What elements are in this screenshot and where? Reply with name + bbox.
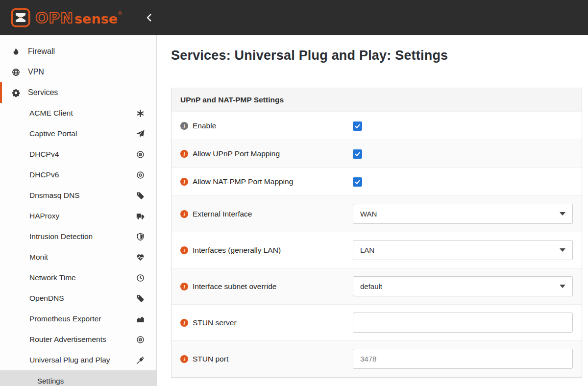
row-enable: iEnable	[172, 112, 582, 140]
sidebar-item-intrusion-detection[interactable]: Intrusion Detection	[0, 226, 156, 247]
sidebar-item-label: OpenDNS	[29, 294, 136, 303]
info-icon[interactable]: i	[180, 246, 188, 254]
enable-checkbox[interactable]	[353, 121, 362, 131]
sidebar-item-label: Router Advertisements	[29, 335, 136, 344]
fire-icon	[12, 48, 20, 56]
field-label-cell: iSTUN server	[172, 311, 353, 335]
brand-opn: OPN	[35, 10, 74, 25]
sidebar-item-label: VPN	[28, 68, 44, 76]
sidebar-item-label: Firewall	[28, 47, 55, 56]
sidebar-item-haproxy[interactable]: HAProxy	[0, 206, 156, 226]
plug-icon	[136, 356, 145, 364]
sidebar-item-monit[interactable]: Monit	[0, 247, 156, 267]
sidebar-item-services[interactable]: Services	[0, 82, 156, 103]
stun-server-input[interactable]	[353, 313, 573, 333]
info-icon[interactable]: i	[180, 150, 188, 158]
chevron-left-icon	[145, 14, 153, 22]
allow-upnp-port-mapping-checkbox[interactable]	[353, 149, 362, 159]
row-allow-nat-pmp-port-mapping: iAllow NAT-PMP Port Mapping	[172, 168, 582, 196]
sidebar-item-dhcpv4[interactable]: DHCPv4	[0, 144, 156, 165]
field-label-cell: iEnable	[172, 114, 353, 138]
paper-plane-icon	[136, 130, 145, 138]
field-label-cell: iInterface subnet override	[172, 274, 353, 299]
sidebar-collapse-button[interactable]	[145, 14, 153, 22]
sidebar-item-dhcpv6[interactable]: DHCPv6	[0, 165, 156, 185]
field-label: External Interface	[193, 210, 252, 218]
chart-icon	[136, 315, 145, 323]
info-icon[interactable]: i	[180, 122, 188, 130]
sidebar-item-label: Dnsmasq DNS	[29, 191, 136, 200]
brand-registered: ®	[118, 11, 122, 16]
bullseye-icon	[136, 150, 145, 159]
info-icon[interactable]: i	[180, 283, 188, 290]
tags-icon	[136, 192, 145, 200]
select-value: default	[360, 282, 560, 290]
sidebar-item-label: Monit	[29, 253, 136, 262]
sidebar-item-dnsmasq-dns[interactable]: Dnsmasq DNS	[0, 185, 156, 206]
row-external-interface: iExternal InterfaceWAN	[172, 196, 582, 232]
sidebar: FirewallVPNServicesACME ClientCaptive Po…	[0, 35, 157, 386]
gear-icon	[12, 89, 20, 97]
field-label: Interface subnet override	[193, 282, 276, 291]
field-label-cell: iExternal Interface	[172, 202, 353, 226]
asterisk-icon	[136, 109, 145, 118]
info-icon[interactable]: i	[180, 319, 188, 327]
chevron-down-icon	[560, 285, 565, 288]
sidebar-item-label: ACME Client	[29, 109, 136, 118]
info-icon[interactable]: i	[180, 210, 188, 218]
sidebar-item-label: Prometheus Exporter	[29, 314, 136, 323]
topbar: OPNsense®	[0, 0, 588, 35]
sidebar-item-label: Universal Plug and Play	[29, 356, 136, 364]
sidebar-item-label: DHCPv6	[29, 170, 136, 179]
main-content: Services: Universal Plug and Play: Setti…	[157, 35, 588, 386]
sidebar-item-prometheus-exporter[interactable]: Prometheus Exporter	[0, 309, 156, 329]
info-icon[interactable]: i	[180, 178, 188, 186]
field-label: STUN server	[193, 318, 237, 327]
opnsense-logo-icon	[11, 8, 30, 27]
sidebar-item-settings[interactable]: Settings	[0, 370, 156, 386]
field-label-cell: iAllow UPnP Port Mapping	[172, 142, 353, 166]
row-interfaces-generally-lan: iInterfaces (generally LAN)LAN	[172, 232, 582, 268]
brand: OPNsense®	[35, 10, 122, 25]
brand-sense: sense	[74, 12, 118, 25]
sidebar-item-acme-client[interactable]: ACME Client	[0, 103, 156, 123]
bullseye-icon	[136, 171, 145, 179]
field-control-cell: WAN	[353, 196, 582, 232]
sidebar-menu: FirewallVPNServicesACME ClientCaptive Po…	[0, 41, 156, 386]
info-icon[interactable]: i	[180, 355, 188, 363]
interfaces-generally-lan-select[interactable]: LAN	[353, 240, 573, 260]
upnp-settings-panel: UPnP and NAT-PMP Settings iEnableiAllow …	[171, 88, 582, 378]
heartbeat-icon	[136, 253, 145, 262]
sidebar-item-firewall[interactable]: Firewall	[0, 41, 156, 62]
allow-nat-pmp-port-mapping-checkbox[interactable]	[353, 177, 362, 187]
field-control-cell	[353, 305, 582, 340]
field-label: Allow NAT-PMP Port Mapping	[193, 177, 293, 186]
globe-icon	[12, 68, 20, 76]
interface-subnet-override-select[interactable]: default	[353, 276, 573, 296]
sidebar-item-opendns[interactable]: OpenDNS	[0, 288, 156, 309]
sidebar-item-network-time[interactable]: Network Time	[0, 267, 156, 288]
sidebar-item-label: DHCPv4	[29, 150, 136, 159]
field-control-cell	[353, 341, 582, 377]
settings-table: iEnableiAllow UPnP Port MappingiAllow NA…	[172, 112, 582, 377]
bullseye-icon	[136, 336, 145, 344]
row-stun-server: iSTUN server	[172, 305, 582, 341]
panel-header: UPnP and NAT-PMP Settings	[172, 88, 582, 112]
row-interface-subnet-override: iInterface subnet overridedefault	[172, 268, 582, 305]
chevron-down-icon	[560, 212, 565, 216]
sidebar-item-vpn[interactable]: VPN	[0, 62, 156, 82]
field-control-cell: LAN	[353, 232, 582, 268]
field-label-cell: iSTUN port	[172, 347, 353, 371]
field-label-cell: iAllow NAT-PMP Port Mapping	[172, 169, 353, 194]
clock-icon	[136, 274, 145, 282]
sidebar-item-router-advertisements[interactable]: Router Advertisements	[0, 329, 156, 350]
select-value: LAN	[360, 246, 560, 254]
stun-port-input[interactable]	[353, 349, 573, 369]
external-interface-select[interactable]: WAN	[353, 204, 573, 224]
field-control-cell	[353, 169, 582, 194]
field-label: Enable	[193, 121, 216, 130]
sidebar-item-universal-plug-and-play[interactable]: Universal Plug and Play	[0, 350, 156, 370]
row-allow-upnp-port-mapping: iAllow UPnP Port Mapping	[172, 140, 582, 168]
sidebar-item-label: Intrusion Detection	[29, 232, 136, 241]
sidebar-item-captive-portal[interactable]: Captive Portal	[0, 123, 156, 144]
